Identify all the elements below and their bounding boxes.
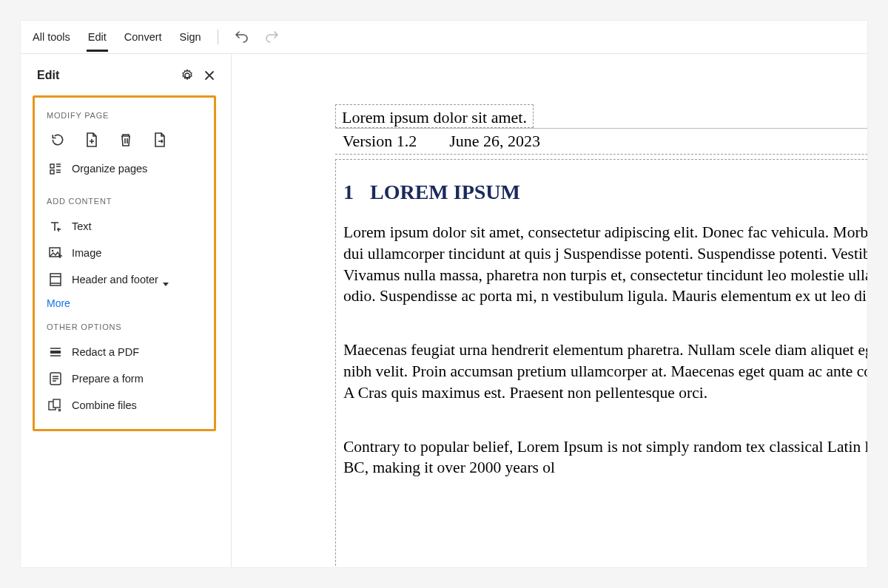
tools-highlight-box: MODIFY PAGE	[33, 95, 216, 431]
undo-button[interactable]	[233, 29, 249, 45]
side-panel-header: Edit	[21, 63, 231, 94]
rotate-icon	[50, 132, 65, 147]
add-header-footer-item[interactable]: Header and footer	[44, 266, 209, 293]
svg-point-1	[52, 250, 54, 252]
form-icon	[48, 371, 63, 386]
doc-heading-1: 1LOREM IPSUM	[343, 180, 867, 204]
prepare-form-label: Prepare a form	[72, 373, 144, 385]
header-footer-icon	[48, 272, 63, 287]
section-add-content-label: ADD CONTENT	[47, 197, 209, 206]
undo-icon	[234, 31, 249, 43]
svg-rect-8	[53, 399, 60, 408]
svg-rect-5	[50, 351, 61, 354]
page-arrow-icon	[153, 132, 166, 147]
insert-page-button[interactable]	[84, 132, 100, 148]
gear-icon	[181, 69, 194, 82]
add-image-label: Image	[72, 247, 101, 259]
submenu-caret-icon	[163, 283, 169, 286]
add-image-item[interactable]: Image	[44, 240, 209, 266]
top-menubar: All tools Edit Convert Sign	[21, 21, 867, 54]
combine-files-label: Combine files	[72, 399, 137, 411]
organize-pages-icon	[48, 161, 63, 176]
panel-settings-button[interactable]	[179, 67, 195, 84]
menu-all-tools[interactable]: All tools	[31, 24, 72, 50]
edit-side-panel: Edit MODIFY PAGE	[21, 54, 232, 567]
app-body: Edit MODIFY PAGE	[21, 54, 867, 567]
section-modify-page-label: MODIFY PAGE	[47, 111, 209, 120]
menu-convert[interactable]: Convert	[123, 24, 164, 50]
doc-h1-number: 1	[343, 180, 354, 203]
add-header-footer-label: Header and footer	[72, 274, 158, 285]
redact-pdf-label: Redact a PDF	[72, 346, 139, 358]
panel-close-button[interactable]	[201, 67, 218, 84]
page-plus-icon	[85, 132, 98, 147]
redo-icon	[265, 31, 280, 43]
rotate-page-button[interactable]	[50, 132, 66, 148]
document-page[interactable]: Lorem ipsum dolor sit amet. Version 1.2 …	[335, 104, 867, 567]
menu-sign[interactable]: Sign	[178, 24, 203, 50]
text-icon	[48, 219, 63, 234]
document-viewport[interactable]: Lorem ipsum dolor sit amet. Version 1.2 …	[232, 54, 867, 567]
menubar-divider	[218, 30, 218, 44]
organize-pages-item[interactable]: Organize pages	[44, 155, 209, 182]
doc-h1-text: LOREM IPSUM	[370, 180, 520, 203]
delete-page-button[interactable]	[118, 132, 134, 148]
doc-main-textbox[interactable]: 1LOREM IPSUM Lorem ipsum dolor sit amet,…	[335, 159, 867, 567]
combine-files-item[interactable]: Combine files	[44, 392, 209, 419]
menu-edit[interactable]: Edit	[87, 24, 108, 50]
add-text-label: Text	[72, 220, 92, 232]
doc-paragraph-2: Maecenas feugiat urna hendrerit elementu…	[343, 339, 867, 403]
doc-date: June 26, 2023	[449, 132, 540, 151]
doc-paragraph-1: Lorem ipsum dolor sit amet, consectetur …	[343, 222, 867, 307]
trash-icon	[119, 132, 132, 147]
image-icon	[48, 246, 63, 260]
redact-icon	[48, 345, 63, 359]
doc-version: Version 1.2	[343, 132, 417, 151]
organize-pages-label: Organize pages	[72, 163, 147, 175]
combine-icon	[48, 398, 63, 413]
prepare-form-item[interactable]: Prepare a form	[44, 365, 209, 392]
add-content-more-link[interactable]: More	[44, 293, 209, 312]
add-text-item[interactable]: Text	[44, 213, 209, 240]
section-other-options-label: OTHER OPTIONS	[47, 322, 209, 331]
modify-page-icon-row	[44, 127, 209, 155]
redact-pdf-item[interactable]: Redact a PDF	[44, 339, 209, 365]
app-window: All tools Edit Convert Sign Edit	[21, 21, 867, 567]
close-icon	[204, 70, 215, 81]
extract-page-button[interactable]	[152, 132, 168, 148]
redo-button[interactable]	[264, 29, 280, 45]
doc-header-textbox[interactable]: Lorem ipsum dolor sit amet.	[335, 104, 534, 128]
doc-version-row[interactable]: Version 1.2 June 26, 2023	[335, 128, 867, 155]
doc-paragraph-3: Contrary to popular belief, Lorem Ipsum …	[343, 436, 867, 479]
side-panel-title: Edit	[37, 69, 173, 82]
